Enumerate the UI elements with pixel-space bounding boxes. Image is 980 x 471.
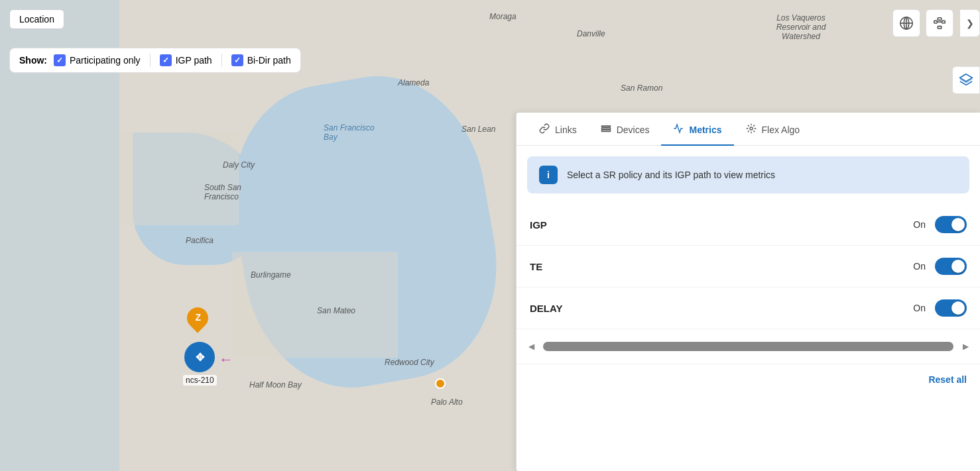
show-label: Show: — [19, 55, 47, 66]
bidir-path-check-icon — [231, 54, 243, 66]
te-toggle[interactable] — [935, 258, 967, 275]
igp-path-checkbox[interactable]: IGP path — [160, 54, 212, 66]
tab-flex-algo[interactable]: Flex Algo — [734, 113, 812, 146]
show-bar: Show: Participating only IGP path Bi-Dir… — [9, 48, 301, 73]
info-message: Select a SR policy and its IGP path to v… — [567, 170, 775, 180]
side-panel: Links Devices Metrics — [516, 113, 980, 471]
svg-rect-8 — [938, 18, 942, 21]
igp-metric-name: IGP — [530, 219, 547, 231]
devices-tab-icon — [601, 123, 611, 136]
delay-metric-name: DELAY — [530, 303, 562, 314]
delay-metric-right: On — [913, 299, 967, 317]
metrics-tab-icon — [673, 123, 684, 136]
scroll-right-arrow[interactable]: ▶ — [957, 339, 973, 354]
topology-icon-button[interactable] — [926, 9, 953, 37]
svg-rect-9 — [938, 26, 942, 29]
igp-toggle[interactable] — [935, 216, 967, 233]
scroll-left-arrow[interactable]: ◀ — [523, 339, 539, 354]
participating-only-check-icon — [54, 54, 66, 66]
info-box: i Select a SR policy and its IGP path to… — [527, 156, 969, 193]
globe-icon-button[interactable] — [892, 9, 920, 37]
igp-on-label: On — [913, 219, 926, 230]
ncs-210-node[interactable]: ✥ ncs-210 — [183, 342, 217, 386]
svg-rect-7 — [942, 21, 946, 23]
location-button[interactable]: Location — [9, 9, 64, 29]
igp-metric-row: IGP On — [517, 204, 980, 246]
te-metric-row: TE On — [517, 246, 980, 288]
reset-all-container: Reset all — [517, 364, 980, 395]
flex-algo-tab-icon — [746, 123, 757, 136]
svg-rect-6 — [934, 21, 938, 23]
tab-links-label: Links — [555, 125, 577, 135]
scrollbar-track[interactable] — [543, 342, 953, 351]
tab-metrics-label: Metrics — [689, 125, 721, 135]
tab-metrics[interactable]: Metrics — [661, 113, 733, 146]
te-metric-name: TE — [530, 261, 542, 272]
svg-point-17 — [750, 127, 753, 130]
delay-metric-row: DELAY On — [517, 288, 980, 329]
path-dot-1 — [435, 378, 446, 389]
participating-only-label: Participating only — [70, 55, 141, 66]
layers-icon-button[interactable] — [952, 66, 980, 94]
te-on-label: On — [913, 261, 926, 272]
tab-devices-label: Devices — [617, 125, 650, 135]
ncs-210-label: ncs-210 — [183, 375, 217, 386]
svg-rect-14 — [601, 126, 610, 127]
igp-path-check-icon — [160, 54, 172, 66]
horizontal-scrollbar[interactable]: ◀ ▶ — [517, 329, 980, 364]
igp-metric-right: On — [913, 216, 967, 233]
links-tab-icon — [539, 123, 550, 136]
panel-tabs: Links Devices Metrics — [517, 113, 980, 146]
te-metric-right: On — [913, 258, 967, 275]
tab-flex-algo-label: Flex Algo — [762, 125, 800, 135]
bidir-path-checkbox[interactable]: Bi-Dir path — [231, 54, 291, 66]
delay-on-label: On — [913, 303, 926, 313]
svg-rect-16 — [601, 131, 610, 132]
reset-all-button[interactable]: Reset all — [928, 374, 967, 385]
bidir-path-label: Bi-Dir path — [247, 55, 291, 66]
info-icon: i — [539, 166, 558, 184]
participating-only-checkbox[interactable]: Participating only — [54, 54, 141, 66]
delay-toggle[interactable] — [935, 299, 967, 317]
svg-rect-15 — [601, 128, 610, 129]
z-pin-node[interactable]: Z — [187, 307, 211, 337]
top-right-icons — [892, 9, 953, 37]
tab-devices[interactable]: Devices — [589, 113, 662, 146]
igp-path-label: IGP path — [176, 55, 212, 66]
collapse-panel-button[interactable]: ❯ — [960, 9, 980, 37]
tab-links[interactable]: Links — [527, 113, 589, 146]
path-arrow: ← — [219, 351, 233, 368]
